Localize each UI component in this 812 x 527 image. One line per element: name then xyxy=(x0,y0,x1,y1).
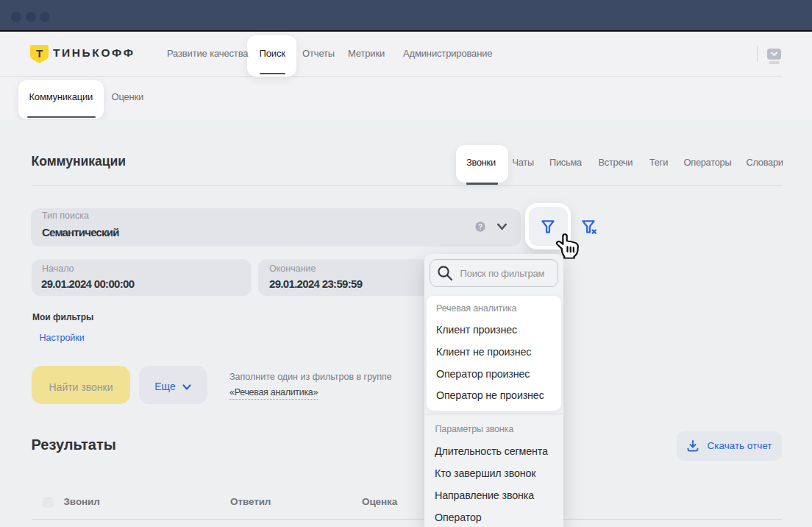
svg-text:?: ? xyxy=(477,223,482,231)
svg-text:Т: Т xyxy=(36,47,43,60)
